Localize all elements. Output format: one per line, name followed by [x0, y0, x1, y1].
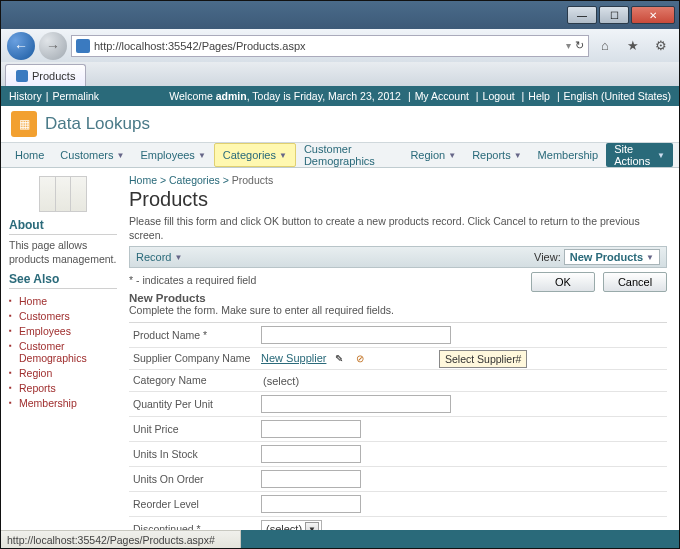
cancel-button-top[interactable]: Cancel: [603, 272, 667, 292]
about-text: This page allows products management.: [9, 239, 117, 266]
crumb-current: Products: [232, 174, 273, 186]
category-value[interactable]: (select): [261, 375, 299, 387]
menu-customers[interactable]: Customers▼: [52, 143, 132, 167]
label-reorder: Reorder Level: [129, 498, 261, 511]
input-product-name[interactable]: [261, 326, 451, 344]
input-qpu[interactable]: [261, 395, 451, 413]
view-label: View:: [534, 251, 561, 263]
forward-button[interactable]: →: [39, 32, 67, 60]
ok-button-top[interactable]: OK: [531, 272, 595, 292]
menu-employees[interactable]: Employees▼: [132, 143, 213, 167]
dropdown-icon[interactable]: ▾: [566, 40, 571, 51]
browser-tabbar: Products: [1, 62, 679, 86]
permalink-link[interactable]: Permalink: [52, 90, 99, 102]
side-link-employees[interactable]: Employees: [9, 323, 117, 338]
menu-region[interactable]: Region▼: [402, 143, 464, 167]
side-link-demographics[interactable]: Customer Demographics: [9, 338, 117, 365]
form: Product Name * Supplier Company Name New…: [129, 322, 667, 530]
label-on-order: Units On Order: [129, 473, 261, 486]
label-discontinued: Discontinued *: [129, 523, 261, 530]
page-title: Products: [129, 188, 667, 211]
history-link[interactable]: History: [9, 90, 42, 102]
sidebar: About This page allows products manageme…: [1, 168, 125, 530]
chevron-down-icon: ▼: [305, 522, 319, 530]
welcome-text: Welcome admin, Today is Friday, March 23…: [169, 90, 671, 102]
brand-title: Data Lookups: [45, 114, 150, 134]
tab-title: Products: [32, 70, 75, 82]
record-dropdown[interactable]: Record▼: [136, 251, 182, 263]
refresh-icon[interactable]: ↻: [575, 39, 584, 52]
input-reorder[interactable]: [261, 495, 361, 513]
menu-home[interactable]: Home: [7, 143, 52, 167]
view-selector[interactable]: New Products▼: [564, 249, 660, 265]
top-strip: History | Permalink Welcome admin, Today…: [1, 86, 679, 106]
logo-icon: ▦: [11, 111, 37, 137]
label-category: Category Name: [129, 374, 261, 387]
url-text: http://localhost:35542/Pages/Products.as…: [94, 40, 306, 52]
section-subtitle: Complete the form. Make sure to enter al…: [129, 304, 667, 316]
section-title: New Products: [129, 292, 667, 304]
side-link-customers[interactable]: Customers: [9, 308, 117, 323]
window-titlebar: — ☐ ✕: [1, 1, 679, 29]
side-link-membership[interactable]: Membership: [9, 395, 117, 410]
main-menu: Home Customers▼ Employees▼ Categories▼ C…: [1, 142, 679, 168]
menu-site-actions[interactable]: Site Actions▼: [606, 143, 673, 167]
tools-icon[interactable]: ⚙: [649, 35, 673, 57]
menu-membership[interactable]: Membership: [530, 143, 607, 167]
favorites-icon[interactable]: ★: [621, 35, 645, 57]
minimize-button[interactable]: —: [567, 6, 597, 24]
side-link-home[interactable]: Home: [9, 293, 117, 308]
label-product-name: Product Name *: [129, 329, 261, 342]
about-heading: About: [9, 218, 117, 232]
ie-icon: [76, 39, 90, 53]
select-discontinued[interactable]: (select)▼: [261, 520, 322, 530]
input-in-stock[interactable]: [261, 445, 361, 463]
language-link[interactable]: English (United States): [564, 90, 671, 102]
new-supplier-link[interactable]: New Supplier: [261, 352, 326, 364]
brand-bar: ▦ Data Lookups: [1, 106, 679, 142]
page-content: History | Permalink Welcome admin, Today…: [1, 86, 679, 548]
input-on-order[interactable]: [261, 470, 361, 488]
favicon-icon: [16, 70, 28, 82]
supplier-tooltip: Select Supplier#: [439, 350, 527, 368]
seealso-heading: See Also: [9, 272, 117, 286]
label-in-stock: Units In Stock: [129, 448, 261, 461]
maximize-button[interactable]: ☐: [599, 6, 629, 24]
help-link[interactable]: Help: [528, 90, 550, 102]
input-unit-price[interactable]: [261, 420, 361, 438]
sidebar-image: [39, 176, 87, 212]
main-column: Home > Categories > Products Products Pl…: [125, 168, 679, 530]
page-instructions: Please fill this form and click OK butto…: [129, 215, 667, 242]
edit-icon[interactable]: ✎: [332, 352, 346, 366]
back-button[interactable]: ←: [7, 32, 35, 60]
home-icon[interactable]: ⌂: [593, 35, 617, 57]
logout-link[interactable]: Logout: [483, 90, 515, 102]
crumb-categories[interactable]: Categories: [169, 174, 220, 186]
required-note-top: OK Cancel * - indicates a required field: [129, 274, 667, 286]
browser-navbar: ← → http://localhost:35542/Pages/Product…: [1, 29, 679, 62]
label-supplier: Supplier Company Name: [129, 352, 261, 365]
label-unit-price: Unit Price: [129, 423, 261, 436]
side-link-region[interactable]: Region: [9, 365, 117, 380]
seealso-list: Home Customers Employees Customer Demogr…: [9, 293, 117, 410]
menu-demographics[interactable]: Customer Demographics: [296, 143, 402, 167]
my-account-link[interactable]: My Account: [415, 90, 469, 102]
menu-categories[interactable]: Categories▼: [214, 143, 296, 167]
crumb-home[interactable]: Home: [129, 174, 157, 186]
browser-tab[interactable]: Products: [5, 64, 86, 86]
view-bar: Record▼ View: New Products▼: [129, 246, 667, 268]
browser-statusbar: http://localhost:35542/Pages/Products.as…: [1, 530, 241, 548]
close-button[interactable]: ✕: [631, 6, 675, 24]
label-qpu: Quantity Per Unit: [129, 398, 261, 411]
clear-icon[interactable]: ⊘: [353, 352, 367, 366]
side-link-reports[interactable]: Reports: [9, 380, 117, 395]
menu-reports[interactable]: Reports▼: [464, 143, 529, 167]
address-bar[interactable]: http://localhost:35542/Pages/Products.as…: [71, 35, 589, 57]
breadcrumb: Home > Categories > Products: [129, 172, 667, 188]
